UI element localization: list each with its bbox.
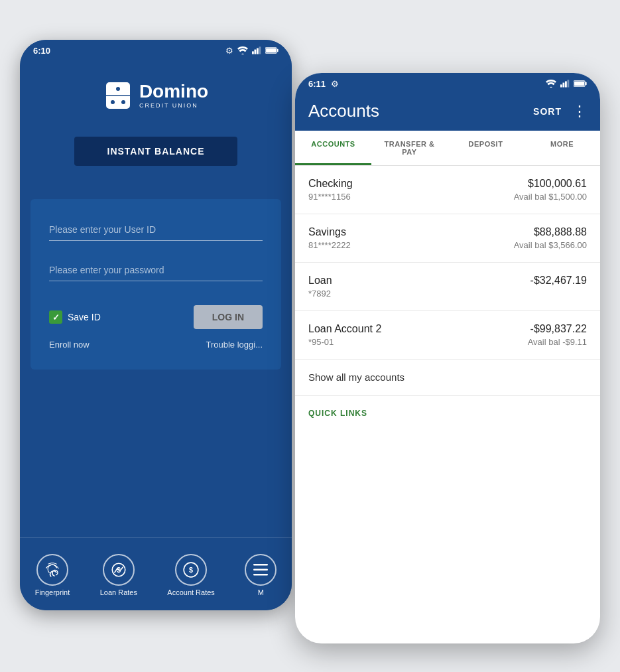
nav-fingerprint[interactable]: Fingerprint xyxy=(35,554,70,596)
login-form: Save ID LOG IN Enroll now Trouble loggi.… xyxy=(31,199,281,370)
svg-rect-22 xyxy=(568,80,570,87)
header-actions: SORT ⋮ xyxy=(533,104,587,119)
status-time-front: 6:11 xyxy=(308,79,326,89)
account-right-checking: $100,000.61 Avail bal $1,500.00 xyxy=(514,178,587,202)
tab-accounts[interactable]: ACCOUNTS xyxy=(295,131,371,165)
account-rates-icon: $ xyxy=(182,561,200,578)
savings-balance: $88,888.88 xyxy=(514,226,587,238)
account-right-loan2: -$99,837.22 Avail bal -$9.11 xyxy=(528,323,587,347)
tab-deposit[interactable]: DEPOSIT xyxy=(448,131,524,165)
status-icons-back: ⚙ xyxy=(225,46,279,56)
loan-rates-label: Loan Rates xyxy=(100,588,137,596)
status-time-back: 6:10 xyxy=(33,46,50,56)
wifi-icon xyxy=(237,46,248,54)
save-id-checkbox[interactable] xyxy=(49,310,62,324)
sort-button[interactable]: SORT xyxy=(533,106,562,117)
account-rates-icon-circle: $ xyxy=(175,554,207,586)
quick-links-label: QUICK LINKS xyxy=(308,409,367,418)
gear-icon-front: ⚙ xyxy=(331,79,339,89)
brand-name: Domino xyxy=(139,82,208,101)
svg-point-11 xyxy=(121,100,125,104)
svg-point-9 xyxy=(116,87,120,91)
account-row-checking[interactable]: Checking 91****1156 $100,000.61 Avail ba… xyxy=(295,166,600,214)
login-actions: Save ID LOG IN xyxy=(49,305,263,329)
account-right-loan: -$32,467.19 xyxy=(530,275,587,289)
tab-transfer-pay[interactable]: TRANSFER &PAY xyxy=(371,131,448,165)
brand-sub: CREDIT UNION xyxy=(139,102,208,109)
logo-area: Domino CREDIT UNION xyxy=(103,81,208,110)
signal-icon-front xyxy=(560,80,570,88)
checking-name: Checking xyxy=(308,178,353,190)
loan-rates-icon-circle: $ xyxy=(103,554,135,586)
svg-rect-19 xyxy=(560,84,562,87)
menu-icon-circle xyxy=(245,554,277,586)
svg-rect-1 xyxy=(255,50,257,54)
svg-rect-6 xyxy=(266,48,276,52)
svg-rect-16 xyxy=(253,564,268,566)
svg-text:$: $ xyxy=(189,566,193,574)
tab-more[interactable]: MORE xyxy=(524,131,600,165)
fingerprint-icon xyxy=(44,561,61,578)
trouble-link[interactable]: Trouble loggi... xyxy=(206,340,263,350)
status-bar-front: 6:11 ⚙ xyxy=(295,73,600,94)
account-left-savings: Savings 81****2222 xyxy=(308,226,351,250)
nav-menu[interactable]: M xyxy=(245,554,277,596)
status-bar-back: 6:10 ⚙ xyxy=(20,40,292,61)
savings-number: 81****2222 xyxy=(308,240,351,250)
signal-icon xyxy=(252,46,261,54)
fingerprint-label: Fingerprint xyxy=(35,588,70,596)
password-input[interactable] xyxy=(49,259,263,281)
svg-rect-5 xyxy=(277,49,279,52)
accounts-title: Accounts xyxy=(308,101,379,121)
user-id-input[interactable] xyxy=(49,219,263,241)
accounts-header: Accounts SORT ⋮ xyxy=(295,94,600,131)
svg-rect-20 xyxy=(563,83,565,88)
save-id-label: Save ID xyxy=(68,312,101,322)
account-list: Checking 91****1156 $100,000.61 Avail ba… xyxy=(295,166,600,396)
quick-links-section: QUICK LINKS xyxy=(295,396,600,429)
loan-number: *7892 xyxy=(308,289,332,299)
svg-rect-2 xyxy=(257,48,259,54)
show-all-row[interactable]: Show all my accounts xyxy=(295,360,600,396)
account-row-savings[interactable]: Savings 81****2222 $88,888.88 Avail bal … xyxy=(295,214,600,263)
menu-icon xyxy=(253,564,268,576)
account-left-checking: Checking 91****1156 xyxy=(308,178,353,202)
show-all-label: Show all my accounts xyxy=(308,371,404,383)
account-left-loan: Loan *7892 xyxy=(308,275,332,299)
login-header: Domino CREDIT UNION INSTANT BALANCE xyxy=(20,61,292,199)
loan-rates-icon: $ xyxy=(110,561,127,578)
account-right-savings: $88,888.88 Avail bal $3,566.00 xyxy=(514,226,587,250)
account-row-loan[interactable]: Loan *7892 -$32,467.19 xyxy=(295,263,600,311)
more-button[interactable]: ⋮ xyxy=(572,104,587,119)
account-rates-label: Account Rates xyxy=(167,588,215,596)
wifi-icon-front xyxy=(546,80,556,88)
svg-rect-17 xyxy=(253,569,268,571)
nav-account-rates[interactable]: $ Account Rates xyxy=(167,554,215,596)
svg-rect-21 xyxy=(565,82,567,88)
loan2-number: *95-01 xyxy=(308,337,381,347)
svg-rect-18 xyxy=(253,574,268,576)
instant-balance-button[interactable]: INSTANT BALANCE xyxy=(74,137,238,166)
domino-logo-icon xyxy=(103,81,133,110)
accounts-phone: 6:11 ⚙ Accounts SORT ⋮ xyxy=(295,73,600,643)
svg-rect-3 xyxy=(259,46,261,54)
login-phone: 6:10 ⚙ xyxy=(20,40,292,610)
save-id-area: Save ID xyxy=(49,310,101,324)
nav-loan-rates[interactable]: $ Loan Rates xyxy=(100,554,137,596)
status-icons-front xyxy=(546,80,587,88)
account-left-loan2: Loan Account 2 *95-01 xyxy=(308,323,381,347)
login-button[interactable]: LOG IN xyxy=(194,305,263,329)
checking-number: 91****1156 xyxy=(308,192,353,202)
account-row-loan2[interactable]: Loan Account 2 *95-01 -$99,837.22 Avail … xyxy=(295,311,600,360)
loan2-balance: -$99,837.22 xyxy=(528,323,587,335)
svg-rect-25 xyxy=(574,82,584,86)
loan-name: Loan xyxy=(308,275,332,287)
svg-rect-24 xyxy=(586,82,587,85)
logo-text: Domino CREDIT UNION xyxy=(139,82,208,109)
bottom-nav-back: Fingerprint $ Loan Rates $ Account Rate xyxy=(20,537,292,610)
battery-icon xyxy=(265,46,279,54)
checking-balance: $100,000.61 xyxy=(514,178,587,190)
enroll-link[interactable]: Enroll now xyxy=(49,340,90,350)
loan-balance: -$32,467.19 xyxy=(530,275,587,287)
fingerprint-icon-circle xyxy=(36,554,68,586)
